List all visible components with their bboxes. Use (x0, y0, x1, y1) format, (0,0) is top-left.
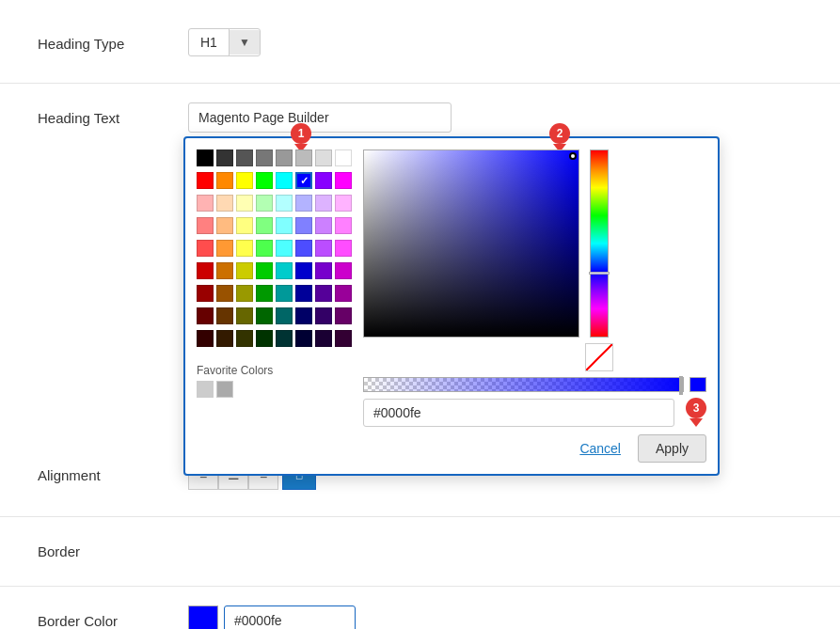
swatch-light-magenta[interactable] (335, 195, 352, 212)
swatch-r5-6[interactable] (295, 240, 312, 257)
heading-text-label: Heading Text (38, 102, 188, 126)
swatch-r5-4[interactable] (256, 240, 273, 257)
heading-text-input[interactable] (188, 102, 452, 133)
alignment-label: Alignment (38, 460, 188, 483)
swatch-purple[interactable] (315, 172, 332, 189)
swatch-r8-1[interactable] (197, 307, 214, 324)
swatch-row-5 (197, 240, 352, 257)
swatch-row-3 (197, 195, 352, 212)
step1-badge-container: 1 (291, 123, 311, 152)
swatch-r6-3[interactable] (236, 262, 253, 279)
swatch-row-1 (197, 149, 352, 166)
swatch-red[interactable] (197, 172, 214, 189)
swatch-r4-6[interactable] (295, 217, 312, 234)
gradient-canvas[interactable] (363, 149, 579, 338)
border-color-text-input[interactable] (224, 605, 356, 629)
swatch-r7-2[interactable] (216, 285, 233, 302)
swatch-r5-3[interactable] (236, 240, 253, 257)
swatch-r7-1[interactable] (197, 285, 214, 302)
swatch-r7-8[interactable] (335, 285, 352, 302)
swatch-r9-8[interactable] (335, 330, 352, 347)
alpha-handle (679, 376, 683, 395)
swatch-r7-3[interactable] (236, 285, 253, 302)
swatch-cyan[interactable] (276, 172, 293, 189)
swatch-light-blue[interactable] (295, 195, 312, 212)
alpha-slider[interactable] (363, 377, 684, 392)
swatch-r6-1[interactable] (197, 262, 214, 279)
border-color-control (188, 605, 802, 629)
swatch-r8-7[interactable] (315, 307, 332, 324)
swatch-r8-8[interactable] (335, 307, 352, 324)
swatch-r4-8[interactable] (335, 217, 352, 234)
swatch-light-green[interactable] (256, 195, 273, 212)
swatch-gray3[interactable] (276, 149, 293, 166)
swatch-r9-5[interactable] (276, 330, 293, 347)
swatch-r8-3[interactable] (236, 307, 253, 324)
swatch-r6-4[interactable] (256, 262, 273, 279)
swatch-r6-2[interactable] (216, 262, 233, 279)
hue-strip[interactable] (590, 149, 609, 338)
swatch-r5-2[interactable] (216, 240, 233, 257)
swatch-gray2[interactable] (256, 149, 273, 166)
swatch-r7-7[interactable] (315, 285, 332, 302)
swatch-r4-3[interactable] (236, 217, 253, 234)
swatch-white[interactable] (335, 149, 352, 166)
swatch-r5-7[interactable] (315, 240, 332, 257)
swatch-r9-3[interactable] (236, 330, 253, 347)
swatch-r4-7[interactable] (315, 217, 332, 234)
swatch-r8-6[interactable] (295, 307, 312, 324)
swatch-r6-5[interactable] (276, 262, 293, 279)
swatch-row-4 (197, 217, 352, 234)
swatch-r6-8[interactable] (335, 262, 352, 279)
swatch-r9-6[interactable] (295, 330, 312, 347)
swatch-r6-6[interactable] (295, 262, 312, 279)
swatch-yellow[interactable] (236, 172, 253, 189)
swatch-blue-selected[interactable]: ✓ (295, 172, 312, 189)
no-color-button[interactable] (585, 343, 613, 371)
swatch-gray4[interactable] (295, 149, 312, 166)
fav-swatch-2[interactable] (216, 381, 233, 398)
heading-text-row: Heading Text (38, 102, 802, 133)
swatch-r8-4[interactable] (256, 307, 273, 324)
swatch-r8-2[interactable] (216, 307, 233, 324)
swatch-r5-1[interactable] (197, 240, 214, 257)
swatch-r9-2[interactable] (216, 330, 233, 347)
step1-badge: 1 (291, 123, 311, 144)
swatch-light-red[interactable] (197, 195, 214, 212)
border-color-swatch[interactable] (188, 605, 218, 629)
swatch-r5-5[interactable] (276, 240, 293, 257)
swatch-r8-5[interactable] (276, 307, 293, 324)
swatch-light-cyan[interactable] (276, 195, 293, 212)
swatch-r9-7[interactable] (315, 330, 332, 347)
swatch-black[interactable] (197, 149, 214, 166)
swatch-r6-7[interactable] (315, 262, 332, 279)
swatch-r7-6[interactable] (295, 285, 312, 302)
swatch-orange[interactable] (216, 172, 233, 189)
swatch-green[interactable] (256, 172, 273, 189)
swatch-dark-gray[interactable] (216, 149, 233, 166)
swatch-gray5[interactable] (315, 149, 332, 166)
chevron-down-icon[interactable]: ▼ (230, 30, 260, 55)
swatch-r4-2[interactable] (216, 217, 233, 234)
swatch-light-purple[interactable] (315, 195, 332, 212)
swatch-r9-4[interactable] (256, 330, 273, 347)
swatch-r5-8[interactable] (335, 240, 352, 257)
swatch-r4-5[interactable] (276, 217, 293, 234)
swatch-r9-1[interactable] (197, 330, 214, 347)
gradient-cursor (569, 152, 577, 160)
fav-swatch-1[interactable] (197, 381, 214, 398)
swatch-light-yellow[interactable] (236, 195, 253, 212)
swatch-row-6 (197, 262, 352, 279)
heading-type-select[interactable]: H1 ▼ (188, 28, 261, 56)
swatch-r4-4[interactable] (256, 217, 273, 234)
swatch-r7-5[interactable] (276, 285, 293, 302)
swatch-magenta[interactable] (335, 172, 352, 189)
swatch-r4-1[interactable] (197, 217, 214, 234)
step2-badge-container: 2 (549, 123, 570, 152)
swatch-r7-4[interactable] (256, 285, 273, 302)
swatch-light-orange[interactable] (216, 195, 233, 212)
cancel-button[interactable]: Cancel (572, 435, 628, 462)
hex-input[interactable] (363, 399, 674, 427)
apply-button[interactable]: Apply (638, 434, 706, 463)
swatch-gray1[interactable] (236, 149, 253, 166)
